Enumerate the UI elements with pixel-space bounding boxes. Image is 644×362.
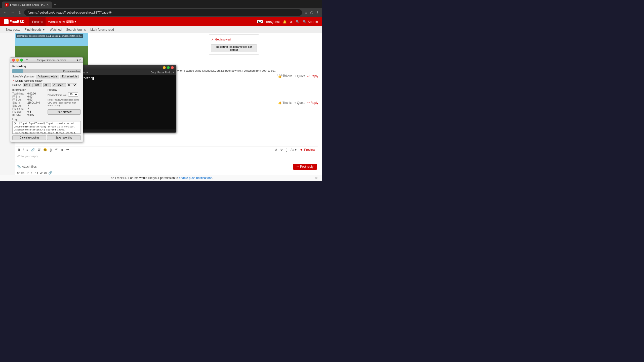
extension-icon[interactable]: ⬡	[309, 10, 314, 15]
main-wrapper: B FreeBSD Screen Shots | P... ✕ + ← → ↻ …	[0, 0, 322, 181]
mark-forums-read-link[interactable]: Mark forums read	[88, 26, 116, 33]
ssr-key-select[interactable]: R	[67, 83, 77, 87]
ssr-progress-bar: Pause recording	[12, 69, 81, 73]
ssr-frame-rate-row: Preview frame rate: 10	[48, 92, 81, 98]
post-reply-button[interactable]: ✏ Post reply	[293, 164, 317, 170]
preview-button[interactable]: 👁 Post reply Preview	[299, 148, 316, 152]
ssr-maximize-button[interactable]	[20, 59, 23, 62]
ssr-frame-rate-select[interactable]: 10	[68, 92, 78, 97]
whats-new-badge: 2738	[66, 20, 74, 23]
konsole-find-button[interactable]: Find...	[165, 71, 172, 74]
reply-button-2[interactable]: ↩ Reply	[307, 101, 318, 105]
emoji-button[interactable]: 😊	[42, 148, 48, 152]
nav-whats-new[interactable]: What's new 2738 ▼	[46, 17, 79, 26]
edit-schedule-button[interactable]: Edit schedule	[60, 75, 79, 78]
alert-icon[interactable]: 🔍	[296, 20, 300, 24]
bold-button[interactable]: B	[17, 148, 21, 152]
post-icon: ✏	[297, 165, 299, 168]
share-row: Share: in r P t W ✉ 🔗	[15, 171, 54, 175]
search-forums-link[interactable]: Search forums	[64, 26, 88, 33]
link-button[interactable]: 🔗	[30, 148, 36, 152]
nav-back-button[interactable]: ←	[2, 10, 8, 15]
italic-button[interactable]: I	[22, 148, 25, 152]
page-content: FreeBSD Forums What's new 2738 ▼ LQ Libr…	[0, 17, 322, 181]
watched-link[interactable]: Watched	[48, 26, 64, 33]
librequest-link[interactable]: LQ LibreQuest	[257, 20, 279, 24]
konsole-close[interactable]	[171, 66, 174, 69]
pinterest-icon[interactable]: P	[33, 171, 36, 175]
undo-button[interactable]: ↺	[274, 148, 278, 152]
save-recording-button[interactable]: Save recording	[47, 135, 81, 140]
reddit-icon[interactable]: r	[31, 171, 32, 175]
whatsapp-icon[interactable]: W	[39, 171, 43, 175]
push-notification-close[interactable]: ✕	[315, 176, 318, 180]
reply-button-1[interactable]: ↩ Reply	[307, 74, 318, 78]
bookmark-icon[interactable]: ☆	[304, 10, 308, 15]
format-button[interactable]: Aa▼	[290, 148, 298, 152]
quote-button-2[interactable]: + Quote	[294, 101, 305, 105]
menu-icon[interactable]: ⋮	[315, 10, 320, 15]
reply-icon-2: ↩	[307, 101, 310, 105]
ssr-log-line-1: [X] [Input:InputThread] Input thread sta…	[14, 122, 79, 125]
quote-editor-button[interactable]: ❝❞	[54, 148, 59, 152]
inbox-icon[interactable]: ✉	[290, 20, 293, 24]
new-tab-button[interactable]: +	[52, 3, 58, 7]
thanks-button-2[interactable]: 👍 Thanks	[278, 101, 292, 105]
bracket-button[interactable]: []	[285, 148, 289, 152]
push-notification-link[interactable]: enable push notifications	[179, 176, 212, 180]
start-preview-button[interactable]: Start preview	[48, 109, 81, 115]
ssr-info-title: Information	[12, 88, 46, 91]
code-button[interactable]: {}	[49, 148, 53, 152]
ssr-file-name: File name: ?	[12, 107, 46, 110]
notification-icon[interactable]: 🔔	[283, 20, 287, 24]
konsole-minimize[interactable]	[163, 66, 166, 69]
email-icon[interactable]: ✉	[44, 171, 47, 175]
forum-logo-icon	[4, 19, 9, 24]
post-actions-2: 👍 Thanks + Quote ↩ Reply	[278, 101, 318, 105]
new-posts-link[interactable]: New posts	[4, 26, 22, 33]
konsole-copy-button[interactable]: Copy	[150, 71, 156, 74]
cancel-recording-button[interactable]: Cancel recording	[12, 135, 46, 140]
pencil-icon: ✏	[26, 58, 28, 62]
editor-body[interactable]: Write your reply...	[15, 153, 318, 162]
image-button[interactable]: 🖼	[36, 148, 42, 152]
ssr-hotkey-label: Hotkey:	[12, 84, 21, 86]
search-button[interactable]: 🔍 Search	[303, 20, 318, 24]
get-involved-item[interactable]: ↗ Get Involved	[211, 37, 257, 42]
ssr-titlebar: ✏ SimpleScreenRecorder ▼ □	[10, 58, 83, 63]
align-button[interactable]: ≡	[25, 148, 29, 152]
ssr-hotkey-checkbox-label: Enable recording hotkey	[15, 79, 43, 82]
quote-button-1[interactable]: + Quote	[294, 74, 305, 78]
konsole-window-controls	[163, 66, 174, 69]
konsole-paste-button[interactable]: Paste	[157, 71, 164, 74]
address-bar[interactable]	[24, 9, 302, 16]
tab-close-button[interactable]: ✕	[46, 3, 49, 7]
konsole-menu-button[interactable]: ≡	[173, 71, 174, 74]
nav-forward-button[interactable]: →	[10, 10, 16, 15]
ssr-log: Log [X] [Input:InputThread] Input thread…	[12, 118, 81, 134]
link-share-icon[interactable]: 🔗	[48, 171, 52, 175]
ssr-shift-key: Shift +	[32, 83, 42, 87]
ssr-bit-rate: Bit rate: 0 bit/s	[12, 113, 46, 116]
reply-count-value: 42,337	[279, 73, 287, 76]
active-tab[interactable]: B FreeBSD Screen Shots | P... ✕	[2, 2, 52, 8]
find-threads-link[interactable]: Find threads ▼	[23, 26, 47, 33]
more-tools-button[interactable]: •••	[65, 148, 70, 152]
restore-btn[interactable]: Restaurer les paramètres par défaut	[211, 44, 257, 52]
linkedin-icon[interactable]: in	[27, 171, 29, 175]
konsole-maximize[interactable]	[167, 66, 170, 69]
tumblr-icon[interactable]: t	[37, 171, 38, 175]
redo-button[interactable]: ↻	[279, 148, 284, 152]
attach-files-button[interactable]: 📎 Attach files	[17, 165, 37, 168]
ssr-window: ✏ SimpleScreenRecorder ▼ □ Recording Pau…	[10, 57, 83, 142]
ssr-minimize-button[interactable]	[16, 59, 19, 62]
tab-bar: B FreeBSD Screen Shots | P... ✕ +	[0, 0, 322, 8]
table-button[interactable]: ⊞	[59, 148, 64, 152]
activate-schedule-button[interactable]: Activate schedule	[36, 75, 59, 78]
ssr-close-button[interactable]	[12, 59, 15, 62]
nav-refresh-button[interactable]: ↻	[17, 10, 23, 15]
nav-forums[interactable]: Forums	[29, 17, 46, 26]
ssr-information-col: Information Total time: 0:00:00 FPS in: …	[12, 88, 46, 116]
ssr-schedule-label: Schedule: (inactive)	[12, 75, 34, 78]
get-involved-link[interactable]: Get Involved	[215, 38, 231, 41]
